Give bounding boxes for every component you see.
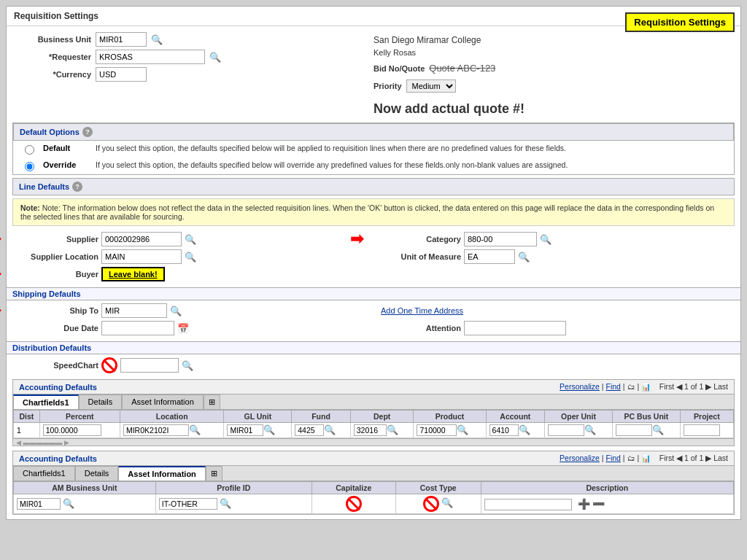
currency-input[interactable] [96,67,147,82]
fund-input[interactable] [295,424,324,436]
requester-input[interactable] [96,50,205,64]
accounting-defaults-header-bar: Accounting Defaults Personalize | Find |… [13,380,734,394]
capitalize-no-symbol [346,496,362,512]
add-address-link[interactable]: Add One Time Address [381,306,463,315]
cell-am-business-unit: 🔍 [14,494,156,514]
tab-extra[interactable]: ⊞ [204,394,220,409]
remove-row-button[interactable]: ➖ [592,498,605,510]
attention-row: Attention [381,321,729,335]
scrollbar-hint[interactable]: ◀ ▬▬▬▬▬▬ ▶ [13,438,734,446]
due-date-row: Due Date 📅 [18,321,366,335]
tab-asset-information[interactable]: Asset Information [122,394,204,409]
profile-id-input[interactable] [159,498,217,510]
account-search-icon[interactable]: 🔍 [519,424,530,435]
attention-label: Attention [381,324,461,332]
fund-search-icon[interactable]: 🔍 [324,424,336,435]
description-input[interactable] [484,499,572,510]
buyer-arrow-icon: ➡ [0,265,1,284]
requester-row: *Requester 🔍 [18,50,374,64]
speedchart-no-symbol [101,357,117,373]
default-option-label: Default [43,144,87,152]
bottom-tab-extra[interactable]: ⊞ [206,466,222,481]
location-search-icon[interactable]: 🔍 [189,424,201,435]
distribution-section: Distribution Defaults SpeedChart 🔍 [7,341,740,376]
college-name: San Diego Miramar College [374,32,729,45]
last-label: Last [713,382,728,391]
business-unit-input[interactable] [96,32,147,47]
category-search-icon[interactable]: 🔍 [540,234,551,245]
uom-input[interactable] [464,249,515,264]
bottom-first-label: First [659,454,674,462]
speedchart-input[interactable] [120,358,179,373]
requester-full-name: Kelly Rosas [374,48,729,57]
bottom-accounting-controls: Personalize | Find | 🗂 | 📊 First ◀ 1 of … [560,454,728,463]
percent-input[interactable] [43,424,101,436]
bottom-personalize-link[interactable]: Personalize [560,454,600,462]
cost-type-search-icon[interactable]: 🔍 [441,497,453,508]
bottom-find-link[interactable]: Find [606,454,621,462]
bottom-tab-chartfields1[interactable]: Chartfields1 [13,466,75,481]
override-option-label: Override [43,160,87,169]
default-radio[interactable] [25,145,34,155]
dept-search-icon[interactable]: 🔍 [387,424,398,435]
gl-unit-input[interactable] [227,424,263,436]
dept-input[interactable] [354,424,387,436]
currency-label: *Currency [18,70,91,79]
project-input[interactable] [684,424,720,436]
priority-select[interactable]: Medium High Low [406,79,456,93]
personalize-link[interactable]: Personalize [560,382,600,391]
product-input[interactable] [417,424,457,436]
line-defaults-header: Line Defaults ? [12,178,735,195]
col-gl-unit: GL Unit [224,411,292,423]
shipping-section: Shipping Defaults ➡ Ship To 🔍 Add One Ti… [7,287,740,338]
product-search-icon[interactable]: 🔍 [457,424,468,435]
account-input[interactable] [489,424,519,436]
am-business-unit-search-icon[interactable]: 🔍 [63,498,74,509]
accounting-defaults-panel: Accounting Defaults Personalize | Find |… [12,379,735,446]
col-account: Account [486,411,545,423]
col-cost-type: Cost Type [395,482,481,494]
business-unit-search-icon[interactable]: 🔍 [151,34,163,45]
ship-to-search-icon[interactable]: 🔍 [170,306,182,316]
requester-search-icon[interactable]: 🔍 [209,52,221,63]
shipping-header: Shipping Defaults [7,287,740,300]
pc-bus-unit-input[interactable] [616,424,652,436]
category-arrow-icon: ➡ [350,230,363,249]
location-input[interactable] [123,424,189,436]
supplier-location-search-icon[interactable]: 🔍 [185,252,196,262]
ship-to-input[interactable] [101,303,167,318]
oper-unit-search-icon[interactable]: 🔍 [584,424,596,435]
bottom-panel: Accounting Defaults Personalize | Find |… [12,451,735,515]
pc-bus-unit-search-icon[interactable]: 🔍 [652,424,664,435]
line-defaults-help-icon[interactable]: ? [72,182,82,192]
bottom-tab-details[interactable]: Details [75,466,119,481]
category-input[interactable] [464,232,537,246]
am-business-unit-input[interactable] [17,498,61,510]
gl-unit-search-icon[interactable]: 🔍 [263,424,275,435]
override-option-row: ➡ Override If you select this option, th… [13,158,734,174]
speedchart-search-icon[interactable]: 🔍 [182,360,193,371]
override-radio[interactable] [25,162,34,171]
default-options-help-icon[interactable]: ? [82,127,93,137]
attention-input[interactable] [464,321,566,335]
oper-unit-input[interactable] [548,424,584,436]
supplier-location-input[interactable] [101,249,182,264]
top-badge: Requisition Settings [625,12,735,32]
supplier-input[interactable] [101,232,182,246]
bottom-accounting-title: Accounting Defaults [19,454,97,463]
profile-id-search-icon[interactable]: 🔍 [220,498,231,509]
tab-chartfields1[interactable]: Chartfields1 [13,394,79,409]
tab-details[interactable]: Details [79,394,123,409]
due-date-calendar-icon[interactable]: 📅 [177,323,189,334]
bottom-tab-asset-information[interactable]: Asset Information [118,466,206,481]
accounting-tabs-bar: Chartfields1 Details Asset Information ⊞ [13,394,734,410]
bottom-page-info: 1 of 1 [684,454,703,462]
col-dept: Dept [350,411,414,423]
supplier-search-icon[interactable]: 🔍 [185,234,196,245]
due-date-input[interactable] [101,321,174,335]
uom-search-icon[interactable]: 🔍 [518,252,530,262]
accounting-defaults-title: Accounting Defaults [19,383,97,392]
add-row-button[interactable]: ➕ [578,498,590,510]
bid-quote-label: Bid No/Quote [374,64,425,73]
find-link[interactable]: Find [606,382,621,391]
